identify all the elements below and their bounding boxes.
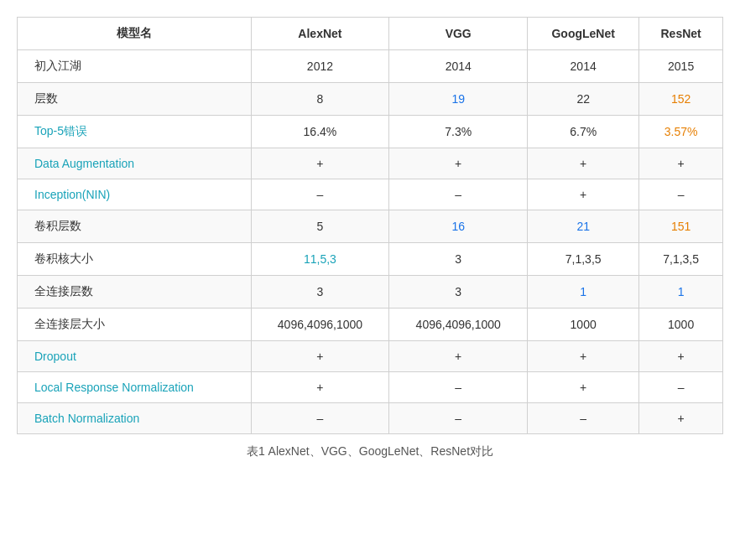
comparison-table: 模型名 AlexNet VGG GoogLeNet ResNet 初入江湖201… bbox=[17, 17, 723, 434]
table-cell: 3.57% bbox=[639, 116, 723, 148]
table-cell: 151 bbox=[639, 210, 723, 243]
table-cell: + bbox=[639, 341, 723, 372]
table-cell: 11,5,3 bbox=[251, 243, 389, 276]
table-row: Top-5错误16.4%7.3%6.7%3.57% bbox=[18, 116, 723, 148]
table-cell: 8 bbox=[251, 83, 389, 116]
table-cell: + bbox=[251, 341, 389, 372]
table-cell: 4096,4096,1000 bbox=[389, 309, 528, 341]
table-cell: Top-5错误 bbox=[18, 116, 252, 148]
table-cell: 卷积层数 bbox=[18, 210, 252, 243]
table-row: 卷积层数51621151 bbox=[18, 210, 723, 243]
table-container: 模型名 AlexNet VGG GoogLeNet ResNet 初入江湖201… bbox=[17, 17, 723, 459]
col-header-vgg: VGG bbox=[389, 18, 528, 50]
table-cell: + bbox=[528, 372, 639, 403]
table-cell: + bbox=[528, 148, 639, 179]
table-cell: 1000 bbox=[639, 309, 723, 341]
table-cell: 全连接层数 bbox=[18, 276, 252, 309]
table-cell: – bbox=[389, 403, 528, 434]
table-cell: – bbox=[251, 179, 389, 210]
table-row: 全连接层大小4096,4096,10004096,4096,1000100010… bbox=[18, 309, 723, 341]
table-cell: Local Response Normalization bbox=[18, 372, 252, 403]
col-header-alexnet: AlexNet bbox=[251, 18, 389, 50]
table-cell: 层数 bbox=[18, 83, 252, 116]
table-cell: 2012 bbox=[251, 50, 389, 83]
table-cell: 2014 bbox=[389, 50, 528, 83]
table-cell: Batch Normalization bbox=[18, 403, 252, 434]
table-cell: + bbox=[251, 372, 389, 403]
table-cell: 1 bbox=[639, 276, 723, 309]
table-cell: + bbox=[639, 148, 723, 179]
table-cell: + bbox=[528, 341, 639, 372]
table-row: Data Augmentation++++ bbox=[18, 148, 723, 179]
table-cell: 7.3% bbox=[389, 116, 528, 148]
table-cell: – bbox=[528, 403, 639, 434]
table-cell: Dropout bbox=[18, 341, 252, 372]
table-cell: Inception(NIN) bbox=[18, 179, 252, 210]
col-header-googlenet: GoogLeNet bbox=[528, 18, 639, 50]
table-cell: 19 bbox=[389, 83, 528, 116]
table-cell: 6.7% bbox=[528, 116, 639, 148]
table-cell: 1 bbox=[528, 276, 639, 309]
table-cell: – bbox=[639, 372, 723, 403]
table-row: Dropout++++ bbox=[18, 341, 723, 372]
table-cell: – bbox=[639, 179, 723, 210]
table-cell: – bbox=[251, 403, 389, 434]
table-row: 全连接层数3311 bbox=[18, 276, 723, 309]
table-cell: 16.4% bbox=[251, 116, 389, 148]
table-cell: 16 bbox=[389, 210, 528, 243]
table-cell: 全连接层大小 bbox=[18, 309, 252, 341]
table-row: 卷积核大小11,5,337,1,3,57,1,3,5 bbox=[18, 243, 723, 276]
table-cell: 3 bbox=[389, 276, 528, 309]
table-cell: 7,1,3,5 bbox=[528, 243, 639, 276]
table-row: Local Response Normalization+–+– bbox=[18, 372, 723, 403]
table-cell: 1000 bbox=[528, 309, 639, 341]
table-cell: 4096,4096,1000 bbox=[251, 309, 389, 341]
table-row: 初入江湖2012201420142015 bbox=[18, 50, 723, 83]
table-row: 层数81922152 bbox=[18, 83, 723, 116]
col-header-model: 模型名 bbox=[18, 18, 252, 50]
table-cell: 5 bbox=[251, 210, 389, 243]
table-cell: + bbox=[389, 148, 528, 179]
table-cell: 3 bbox=[389, 243, 528, 276]
table-cell: + bbox=[639, 403, 723, 434]
table-cell: 152 bbox=[639, 83, 723, 116]
table-cell: 2015 bbox=[639, 50, 723, 83]
table-cell: + bbox=[528, 179, 639, 210]
table-cell: – bbox=[389, 179, 528, 210]
table-cell: 3 bbox=[251, 276, 389, 309]
table-caption: 表1 AlexNet、VGG、GoogLeNet、ResNet对比 bbox=[17, 444, 723, 459]
col-header-resnet: ResNet bbox=[639, 18, 723, 50]
table-cell: Data Augmentation bbox=[18, 148, 252, 179]
table-cell: 22 bbox=[528, 83, 639, 116]
table-row: Batch Normalization–––+ bbox=[18, 403, 723, 434]
table-cell: 初入江湖 bbox=[18, 50, 252, 83]
table-cell: + bbox=[251, 148, 389, 179]
table-cell: 7,1,3,5 bbox=[639, 243, 723, 276]
table-cell: 卷积核大小 bbox=[18, 243, 252, 276]
table-cell: 21 bbox=[528, 210, 639, 243]
table-cell: – bbox=[389, 372, 528, 403]
table-cell: + bbox=[389, 341, 528, 372]
table-cell: 2014 bbox=[528, 50, 639, 83]
table-row: Inception(NIN)––+– bbox=[18, 179, 723, 210]
